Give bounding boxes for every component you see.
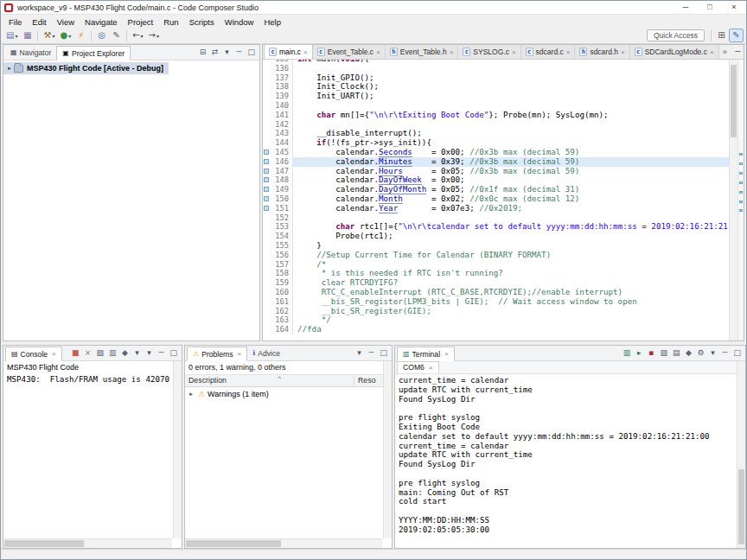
code-line[interactable]: 164//fda <box>263 325 729 334</box>
line-number[interactable]: 152 <box>271 213 293 223</box>
code-line[interactable]: 141 char mn[]={"\n\r\tExiting Boot Code"… <box>263 111 729 120</box>
code-line[interactable]: 156 //Setup Current Time for Calendar (B… <box>263 251 729 260</box>
tab-project-explorer[interactable]: ▣Project Explorer <box>56 46 131 60</box>
menu-file[interactable]: File <box>3 17 27 27</box>
clear-terminal-button[interactable]: ▧ <box>657 347 670 360</box>
tree-item-project[interactable]: ▸MSP430 Flight Code [Active - Debug] <box>3 62 169 74</box>
terminate-button[interactable]: ■ <box>69 347 82 360</box>
new-button[interactable]: ▤▾ <box>3 29 20 42</box>
editor-tab-SDCardLogMode.c[interactable]: cSDCardLogMode.c× <box>630 45 719 59</box>
new-terminal-button[interactable]: ▥ <box>621 347 634 360</box>
close-icon[interactable]: × <box>429 364 433 372</box>
quick-access-button[interactable]: Quick Access <box>647 29 705 41</box>
line-number[interactable]: 137 <box>271 73 293 83</box>
debug-button[interactable]: ●▾ <box>57 29 73 42</box>
line-number[interactable]: 150 <box>271 194 293 204</box>
terminal-vertical-scrollbar[interactable] <box>737 361 745 548</box>
editor-tab-main.c[interactable]: cmain.c× <box>264 44 313 59</box>
disconnect-button[interactable]: ▪ <box>645 347 657 360</box>
close-icon[interactable]: × <box>566 48 571 56</box>
edit-source-button[interactable]: ✎ <box>109 29 124 42</box>
line-number[interactable]: 153 <box>271 222 293 232</box>
menu-edit[interactable]: Edit <box>27 17 51 27</box>
line-number[interactable]: 158 <box>271 269 293 278</box>
code-line[interactable]: 162 __bic_SR_register(GIE); <box>263 307 729 316</box>
code-line[interactable]: 139 Init_UART(); <box>263 92 729 101</box>
open-perspective-button[interactable]: ⊞ <box>714 29 729 42</box>
line-number[interactable]: 141 <box>271 111 293 120</box>
line-number[interactable]: 156 <box>271 251 293 260</box>
scrollbar-thumb[interactable] <box>731 65 737 137</box>
overview-ruler[interactable] <box>737 60 744 340</box>
tab-terminal[interactable]: ▥ Terminal × <box>397 347 455 361</box>
pin-console-button[interactable]: ◆ <box>118 347 131 360</box>
scrollbar-thumb[interactable] <box>4 540 84 547</box>
save-button[interactable]: ▦ <box>20 29 35 42</box>
expander-icon[interactable]: ▸ <box>187 391 195 398</box>
line-number[interactable]: 157 <box>271 260 293 270</box>
scrollbar-thumb[interactable] <box>738 469 744 544</box>
terminal-output[interactable]: current_time = calendarupdate RTC with c… <box>395 374 736 548</box>
code-area[interactable]: 135int main(void){136137 Init_GPIO();138… <box>263 60 744 340</box>
minimize-view-button[interactable]: ─ <box>155 347 167 360</box>
close-icon[interactable]: × <box>444 350 449 358</box>
maximize-view-button[interactable]: □ <box>377 347 390 360</box>
editor-tab-sdcard.h[interactable]: hsdcard.h× <box>575 45 629 59</box>
line-number[interactable]: 164 <box>271 325 293 334</box>
line-number[interactable]: 146 <box>271 157 293 167</box>
line-number[interactable]: 155 <box>271 241 293 251</box>
build-button[interactable]: ⚒▾ <box>41 29 57 42</box>
menu-window[interactable]: Window <box>220 17 259 27</box>
line-number[interactable]: 142 <box>271 120 293 130</box>
minimize-view-button[interactable]: ─ <box>718 347 731 360</box>
line-number[interactable]: 140 <box>271 101 293 111</box>
tab-overflow-chevron[interactable]: » <box>719 48 731 56</box>
line-number[interactable]: 151 <box>271 204 293 213</box>
problems-vertical-scrollbar[interactable] <box>383 361 392 538</box>
menu-view[interactable]: View <box>52 17 80 27</box>
menu-scripts[interactable]: Scripts <box>184 17 220 27</box>
line-number[interactable]: 147 <box>271 167 293 176</box>
pin-terminal-button[interactable]: ◆ <box>682 347 694 360</box>
editor-vertical-scrollbar[interactable] <box>729 60 737 340</box>
code-line[interactable]: 163 */ <box>263 315 729 325</box>
line-number[interactable]: 144 <box>271 138 293 148</box>
column-description[interactable]: Description ^ <box>185 375 354 386</box>
editor-tab-Event_Table.c[interactable]: cEvent_Table.c× <box>313 45 386 59</box>
tab-problems[interactable]: ⚠ Problems × <box>187 347 247 361</box>
maximize-button[interactable]: □ <box>698 1 722 14</box>
line-number[interactable]: 143 <box>271 129 293 138</box>
flash-button[interactable]: ⚡ <box>73 29 88 42</box>
clear-console-button[interactable]: ▧ <box>93 347 106 360</box>
view-menu-button[interactable]: ▾ <box>353 347 365 360</box>
editor-tab-sdcard.c[interactable]: csdcard.c× <box>521 45 576 59</box>
remove-launch-button[interactable]: × <box>81 347 93 360</box>
search-button[interactable]: ◎ <box>94 29 109 42</box>
display-selected-console-button[interactable]: ▾ <box>131 347 143 360</box>
minimize-view-button[interactable]: ─ <box>365 347 377 360</box>
maximize-view-button[interactable]: □ <box>731 347 744 360</box>
connect-button[interactable]: ▸ <box>633 347 645 360</box>
maximize-view-button[interactable]: □ <box>245 47 258 59</box>
tab-console[interactable]: ▤ Console × <box>5 347 62 361</box>
line-number[interactable]: 154 <box>271 232 293 241</box>
line-number[interactable]: 161 <box>271 297 293 307</box>
line-number[interactable]: 145 <box>271 148 293 157</box>
close-button[interactable]: × <box>722 1 746 14</box>
scroll-lock-button[interactable]: ▤ <box>670 347 683 360</box>
menu-project[interactable]: Project <box>123 17 159 27</box>
line-number[interactable]: 138 <box>271 82 293 92</box>
minimize-button[interactable]: ─ <box>674 1 698 14</box>
close-icon[interactable]: × <box>376 48 380 56</box>
close-icon[interactable]: × <box>512 48 516 56</box>
minimize-view-button[interactable]: ─ <box>731 45 745 59</box>
console-horizontal-scrollbar[interactable] <box>3 538 172 548</box>
close-icon[interactable]: × <box>710 48 714 56</box>
code-line[interactable]: 151 calendar.Year = 0x07e3; //0x2019; <box>263 204 729 213</box>
settings-button[interactable]: ⚙ <box>694 347 706 360</box>
line-number[interactable]: 160 <box>271 288 293 297</box>
close-icon[interactable]: × <box>303 48 308 56</box>
line-number[interactable]: 159 <box>271 278 293 288</box>
scroll-lock-button[interactable]: ▥ <box>106 347 119 360</box>
collapse-all-button[interactable]: ⊟ <box>196 47 208 59</box>
